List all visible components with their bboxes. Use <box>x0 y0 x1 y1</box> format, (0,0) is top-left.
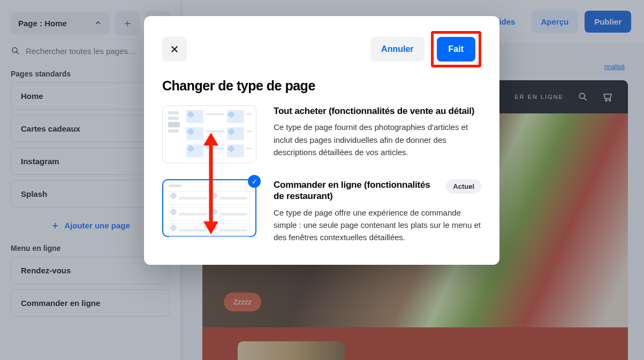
option-thumbnail-retail <box>162 105 256 163</box>
modal-title: Changer de type de page <box>162 78 481 94</box>
option-thumbnail-restaurant: ✓ <box>162 179 256 237</box>
done-button-highlight: Fait <box>431 31 481 67</box>
option-title: Tout acheter (fonctionnalités de vente a… <box>274 105 481 117</box>
option-title: Commander en ligne (fonctionnalités de r… <box>274 179 440 202</box>
option-description: Ce type de page fournit des photographie… <box>274 121 481 158</box>
page-type-option-restaurant[interactable]: ✓ Commander en ligne (fonctionnalités de… <box>162 179 481 243</box>
close-button[interactable] <box>162 37 187 62</box>
done-button[interactable]: Fait <box>437 37 475 62</box>
page-type-option-retail[interactable]: Tout acheter (fonctionnalités de vente a… <box>162 105 481 163</box>
cancel-button[interactable]: Annuler <box>370 37 424 62</box>
current-badge: Actuel <box>446 179 481 194</box>
change-page-type-modal: Annuler Fait Changer de type de page Tou… <box>144 16 499 265</box>
check-icon: ✓ <box>248 175 261 188</box>
close-icon <box>170 44 179 54</box>
option-description: Ce type de page offre une expérience de … <box>274 206 481 244</box>
